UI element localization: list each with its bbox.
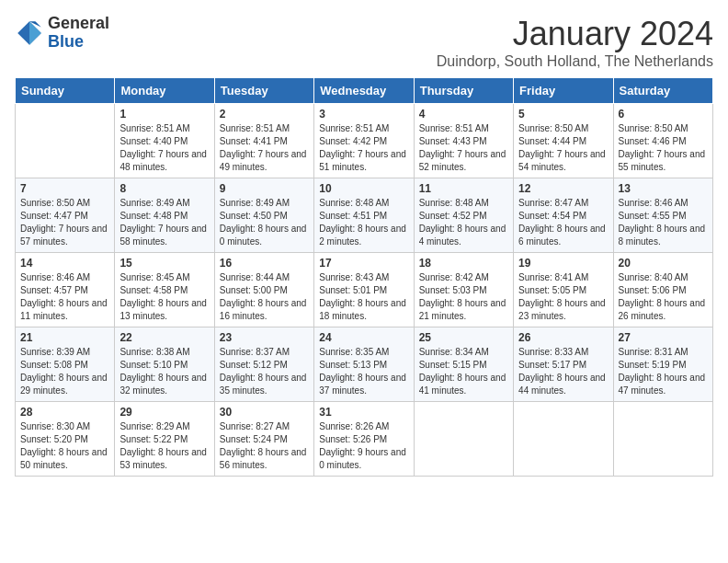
weekday-header-thursday: Thursday: [414, 78, 513, 104]
day-detail: Sunrise: 8:27 AMSunset: 5:24 PMDaylight:…: [220, 420, 309, 472]
day-detail: Sunrise: 8:44 AMSunset: 5:00 PMDaylight:…: [220, 271, 309, 323]
calendar-cell: 19Sunrise: 8:41 AMSunset: 5:05 PMDayligh…: [514, 253, 613, 327]
day-number: 11: [419, 182, 508, 195]
day-detail: Sunrise: 8:26 AMSunset: 5:26 PMDaylight:…: [319, 420, 408, 472]
weekday-header-sunday: Sunday: [16, 78, 115, 104]
day-detail: Sunrise: 8:39 AMSunset: 5:08 PMDaylight:…: [20, 346, 109, 397]
day-number: 14: [20, 257, 109, 270]
day-detail: Sunrise: 8:34 AMSunset: 5:15 PMDaylight:…: [419, 346, 508, 397]
day-number: 16: [220, 257, 309, 270]
day-detail: Sunrise: 8:35 AMSunset: 5:13 PMDaylight:…: [319, 346, 408, 397]
logo-icon: [15, 18, 44, 48]
weekday-header-saturday: Saturday: [613, 78, 712, 104]
day-detail: Sunrise: 8:50 AMSunset: 4:47 PMDaylight:…: [20, 197, 109, 248]
day-detail: Sunrise: 8:43 AMSunset: 5:01 PMDaylight:…: [319, 271, 408, 323]
weekday-header-tuesday: Tuesday: [214, 78, 313, 104]
day-detail: Sunrise: 8:30 AMSunset: 5:20 PMDaylight:…: [20, 420, 109, 472]
day-number: 6: [619, 108, 708, 121]
title-area: January 2024 Duindorp, South Holland, Th…: [437, 15, 713, 70]
logo: General Blue: [15, 15, 109, 52]
day-number: 7: [20, 182, 109, 195]
weekday-header-friday: Friday: [514, 78, 613, 104]
logo-text: General Blue: [48, 15, 109, 52]
calendar-cell: 10Sunrise: 8:48 AMSunset: 4:51 PMDayligh…: [314, 178, 414, 253]
calendar-cell: 24Sunrise: 8:35 AMSunset: 5:13 PMDayligh…: [314, 327, 414, 402]
day-number: 20: [619, 257, 708, 270]
calendar-cell: 21Sunrise: 8:39 AMSunset: 5:08 PMDayligh…: [16, 327, 115, 402]
day-number: 10: [319, 182, 408, 195]
calendar-cell: 15Sunrise: 8:45 AMSunset: 4:58 PMDayligh…: [115, 253, 214, 327]
day-number: 5: [518, 108, 608, 121]
calendar-cell: 26Sunrise: 8:33 AMSunset: 5:17 PMDayligh…: [514, 327, 613, 402]
location-label: Duindorp, South Holland, The Netherlands: [437, 53, 713, 70]
calendar-cell: 22Sunrise: 8:38 AMSunset: 5:10 PMDayligh…: [115, 327, 214, 402]
header: General Blue January 2024 Duindorp, Sout…: [15, 15, 713, 70]
calendar-cell: 23Sunrise: 8:37 AMSunset: 5:12 PMDayligh…: [214, 327, 313, 402]
weekday-header-wednesday: Wednesday: [314, 78, 414, 104]
day-number: 12: [518, 182, 608, 195]
logo-blue-label: Blue: [48, 33, 109, 52]
calendar-cell: 6Sunrise: 8:50 AMSunset: 4:46 PMDaylight…: [613, 104, 712, 178]
day-detail: Sunrise: 8:51 AMSunset: 4:43 PMDaylight:…: [419, 122, 508, 174]
calendar-cell: 5Sunrise: 8:50 AMSunset: 4:44 PMDaylight…: [514, 104, 613, 178]
calendar-cell: 20Sunrise: 8:40 AMSunset: 5:06 PMDayligh…: [613, 253, 712, 327]
day-number: 23: [220, 331, 309, 344]
week-row-1: 1Sunrise: 8:51 AMSunset: 4:40 PMDaylight…: [16, 104, 713, 178]
day-number: 27: [619, 331, 708, 344]
day-detail: Sunrise: 8:31 AMSunset: 5:19 PMDaylight:…: [619, 346, 708, 397]
day-detail: Sunrise: 8:48 AMSunset: 4:51 PMDaylight:…: [319, 197, 408, 248]
week-row-5: 28Sunrise: 8:30 AMSunset: 5:20 PMDayligh…: [16, 402, 713, 477]
weekday-header-monday: Monday: [115, 78, 214, 104]
logo-general-label: General: [48, 15, 109, 33]
day-detail: Sunrise: 8:46 AMSunset: 4:57 PMDaylight:…: [20, 271, 109, 323]
day-number: 25: [419, 331, 508, 344]
day-detail: Sunrise: 8:49 AMSunset: 4:48 PMDaylight:…: [119, 197, 209, 248]
day-detail: Sunrise: 8:48 AMSunset: 4:52 PMDaylight:…: [419, 197, 508, 248]
calendar-cell: 18Sunrise: 8:42 AMSunset: 5:03 PMDayligh…: [414, 253, 513, 327]
day-detail: Sunrise: 8:42 AMSunset: 5:03 PMDaylight:…: [419, 271, 508, 323]
week-row-2: 7Sunrise: 8:50 AMSunset: 4:47 PMDaylight…: [16, 178, 713, 253]
svg-marker-1: [29, 21, 41, 45]
calendar-cell: [514, 402, 613, 477]
calendar-cell: 9Sunrise: 8:49 AMSunset: 4:50 PMDaylight…: [214, 178, 313, 253]
calendar-cell: 13Sunrise: 8:46 AMSunset: 4:55 PMDayligh…: [613, 178, 712, 253]
calendar-table: SundayMondayTuesdayWednesdayThursdayFrid…: [15, 77, 713, 477]
day-detail: Sunrise: 8:45 AMSunset: 4:58 PMDaylight:…: [119, 271, 209, 323]
day-number: 2: [220, 108, 309, 121]
day-detail: Sunrise: 8:33 AMSunset: 5:17 PMDaylight:…: [518, 346, 608, 397]
calendar-cell: 14Sunrise: 8:46 AMSunset: 4:57 PMDayligh…: [16, 253, 115, 327]
day-number: 26: [518, 331, 608, 344]
calendar-cell: 1Sunrise: 8:51 AMSunset: 4:40 PMDaylight…: [115, 104, 214, 178]
day-number: 29: [119, 406, 209, 419]
day-number: 21: [20, 331, 109, 344]
calendar-cell: 11Sunrise: 8:48 AMSunset: 4:52 PMDayligh…: [414, 178, 513, 253]
calendar-cell: 12Sunrise: 8:47 AMSunset: 4:54 PMDayligh…: [514, 178, 613, 253]
day-detail: Sunrise: 8:40 AMSunset: 5:06 PMDaylight:…: [619, 271, 708, 323]
day-number: 30: [220, 406, 309, 419]
calendar-cell: 28Sunrise: 8:30 AMSunset: 5:20 PMDayligh…: [16, 402, 115, 477]
calendar-cell: [16, 104, 115, 178]
day-number: 17: [319, 257, 408, 270]
day-number: 9: [220, 182, 309, 195]
calendar-cell: 25Sunrise: 8:34 AMSunset: 5:15 PMDayligh…: [414, 327, 513, 402]
day-detail: Sunrise: 8:51 AMSunset: 4:40 PMDaylight:…: [119, 122, 209, 174]
calendar-cell: [613, 402, 712, 477]
calendar-cell: 3Sunrise: 8:51 AMSunset: 4:42 PMDaylight…: [314, 104, 414, 178]
day-detail: Sunrise: 8:46 AMSunset: 4:55 PMDaylight:…: [619, 197, 708, 248]
day-number: 28: [20, 406, 109, 419]
calendar-cell: 2Sunrise: 8:51 AMSunset: 4:41 PMDaylight…: [214, 104, 313, 178]
calendar-cell: 8Sunrise: 8:49 AMSunset: 4:48 PMDaylight…: [115, 178, 214, 253]
day-number: 1: [119, 108, 209, 121]
day-detail: Sunrise: 8:51 AMSunset: 4:41 PMDaylight:…: [220, 122, 309, 174]
day-number: 4: [419, 108, 508, 121]
day-detail: Sunrise: 8:50 AMSunset: 4:44 PMDaylight:…: [518, 122, 608, 174]
calendar-cell: 29Sunrise: 8:29 AMSunset: 5:22 PMDayligh…: [115, 402, 214, 477]
day-number: 8: [119, 182, 209, 195]
day-detail: Sunrise: 8:47 AMSunset: 4:54 PMDaylight:…: [518, 197, 608, 248]
calendar-cell: 16Sunrise: 8:44 AMSunset: 5:00 PMDayligh…: [214, 253, 313, 327]
weekday-header-row: SundayMondayTuesdayWednesdayThursdayFrid…: [16, 78, 713, 104]
day-detail: Sunrise: 8:29 AMSunset: 5:22 PMDaylight:…: [119, 420, 209, 472]
day-detail: Sunrise: 8:41 AMSunset: 5:05 PMDaylight:…: [518, 271, 608, 323]
day-detail: Sunrise: 8:38 AMSunset: 5:10 PMDaylight:…: [119, 346, 209, 397]
week-row-4: 21Sunrise: 8:39 AMSunset: 5:08 PMDayligh…: [16, 327, 713, 402]
